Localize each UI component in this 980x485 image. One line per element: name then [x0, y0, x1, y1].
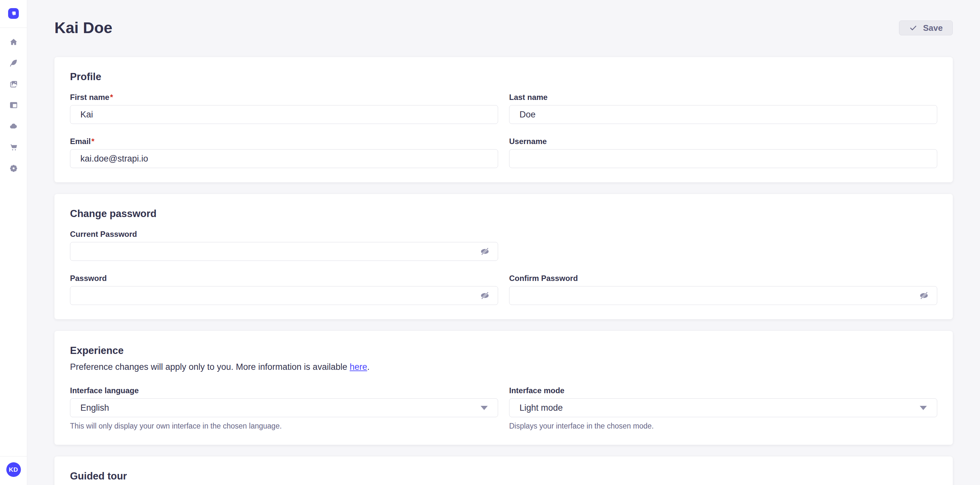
cloud-icon: [9, 122, 18, 131]
chevron-down-icon: [480, 406, 488, 410]
username-label-text: Username: [509, 137, 547, 146]
first-name-field-group: First name*: [70, 93, 498, 124]
required-asterisk: *: [109, 93, 113, 102]
interface-mode-select[interactable]: Light mode: [509, 398, 937, 417]
change-password-card-title: Change password: [70, 207, 937, 220]
check-icon: [909, 24, 918, 32]
toggle-new-password-visibility-button[interactable]: [479, 290, 490, 301]
toggle-current-password-visibility-button[interactable]: [479, 246, 490, 257]
email-field[interactable]: [70, 149, 498, 168]
last-name-field-group: Last name: [509, 93, 937, 124]
email-field-group: Email*: [70, 137, 498, 168]
current-password-input-wrap: [70, 242, 498, 261]
change-password-form-grid: Current Password Password: [70, 230, 937, 305]
username-input[interactable]: [509, 149, 937, 168]
interface-mode-label: Interface mode: [509, 386, 937, 395]
sidebar-item-marketplace[interactable]: [9, 143, 18, 152]
sidebar-item-media-library[interactable]: [9, 80, 18, 89]
interface-mode-field-group: Interface mode Light mode Displays your …: [509, 386, 937, 431]
sidebar-divider: [0, 27, 27, 28]
save-button-label: Save: [923, 23, 943, 33]
last-name-label: Last name: [509, 93, 937, 102]
profile-form-grid: First name* Last name Email* Username: [70, 93, 937, 168]
sidebar-nav: [9, 37, 18, 173]
confirm-password-input[interactable]: [509, 286, 937, 305]
new-password-input[interactable]: [70, 286, 498, 305]
confirm-password-input-wrap: [509, 286, 937, 305]
first-name-label: First name*: [70, 93, 498, 102]
experience-card-title: Experience: [70, 345, 937, 357]
toggle-confirm-password-visibility-button[interactable]: [918, 290, 929, 301]
interface-mode-hint: Displays your interface in the chosen mo…: [509, 421, 937, 431]
save-button[interactable]: Save: [899, 21, 953, 35]
first-name-label-text: First name: [70, 93, 109, 102]
first-name-input[interactable]: [70, 105, 498, 124]
new-password-label: Password: [70, 274, 498, 283]
sidebar-item-cloud[interactable]: [9, 122, 18, 131]
email-label: Email*: [70, 137, 498, 146]
eye-off-icon: [480, 246, 490, 257]
last-name-label-text: Last name: [509, 93, 548, 102]
interface-language-label: Interface language: [70, 386, 498, 395]
experience-description-period: .: [367, 362, 370, 372]
interface-language-hint: This will only display your own interfac…: [70, 421, 498, 431]
interface-mode-value: Light mode: [520, 403, 563, 413]
confirm-password-field-group: Confirm Password: [509, 274, 937, 305]
change-password-card: Change password Current Password: [54, 194, 953, 319]
grid-spacer: [509, 230, 937, 261]
more-information-link[interactable]: here: [350, 362, 367, 372]
sidebar-item-home[interactable]: [9, 37, 18, 46]
username-field-group: Username: [509, 137, 937, 168]
sidebar-bottom-divider: [0, 456, 27, 456]
sidebar-item-settings[interactable]: [9, 164, 18, 173]
page-header: Kai Doe Save: [54, 19, 953, 37]
current-password-field-group: Current Password: [70, 230, 498, 261]
strapi-logo-icon: [10, 10, 17, 17]
settings-icon: [9, 164, 18, 173]
content-type-builder-icon: [9, 58, 18, 67]
interface-language-select[interactable]: English: [70, 398, 498, 417]
sidebar-item-content-manager[interactable]: [9, 101, 18, 110]
eye-off-icon: [480, 290, 490, 301]
sidebar: KD: [0, 0, 27, 485]
interface-language-value: English: [80, 403, 109, 413]
marketplace-icon: [9, 143, 18, 152]
page-title: Kai Doe: [54, 19, 113, 37]
interface-language-field-group: Interface language English This will onl…: [70, 386, 498, 431]
current-password-label: Current Password: [70, 230, 498, 239]
confirm-password-label: Confirm Password: [509, 274, 937, 283]
chevron-down-icon: [920, 406, 927, 410]
profile-card: Profile First name* Last name Email* Use…: [54, 57, 953, 182]
new-password-input-wrap: [70, 286, 498, 305]
username-label: Username: [509, 137, 937, 146]
sidebar-item-content-type-builder[interactable]: [9, 58, 18, 67]
email-label-text: Email: [70, 137, 91, 146]
experience-card: Experience Preference changes will apply…: [54, 331, 953, 445]
home-icon: [9, 37, 18, 46]
new-password-field-group: Password: [70, 274, 498, 305]
media-library-icon: [9, 80, 18, 89]
strapi-logo[interactable]: [8, 8, 19, 19]
experience-form-grid: Interface language English This will onl…: [70, 386, 937, 431]
content-manager-icon: [9, 101, 18, 110]
experience-description: Preference changes will apply only to yo…: [70, 361, 937, 372]
user-avatar[interactable]: KD: [6, 462, 21, 477]
current-password-input[interactable]: [70, 242, 498, 261]
guided-tour-card-title: Guided tour: [70, 470, 937, 482]
experience-description-text: Preference changes will apply only to yo…: [70, 362, 350, 372]
required-asterisk: *: [91, 137, 94, 146]
main-content: Kai Doe Save Profile First name* Last na…: [27, 0, 980, 485]
guided-tour-card: Guided tour You can reset the guided tou…: [54, 456, 953, 485]
eye-off-icon: [919, 290, 929, 301]
profile-card-title: Profile: [70, 71, 937, 83]
last-name-input[interactable]: [509, 105, 937, 124]
